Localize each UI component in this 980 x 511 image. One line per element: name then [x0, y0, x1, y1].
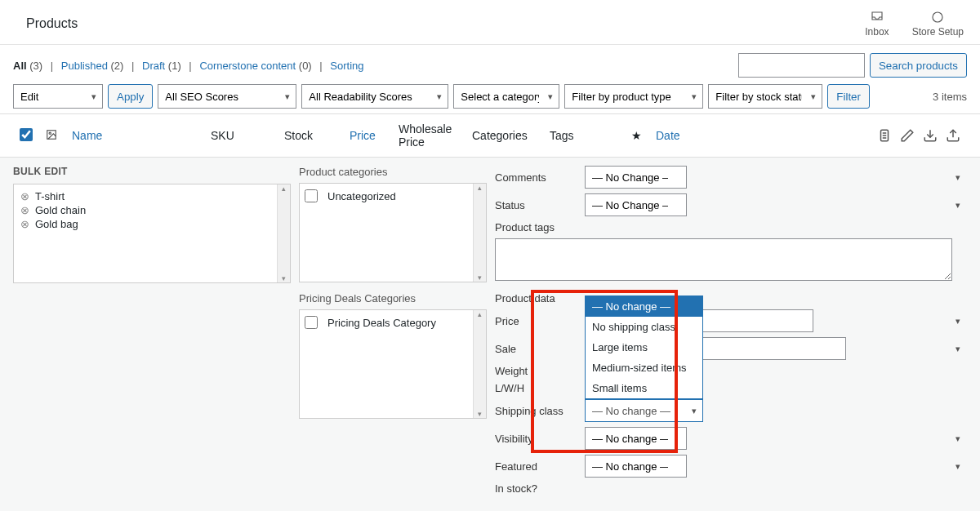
- product-categories-label: Product categories: [299, 166, 487, 178]
- remove-icon[interactable]: ⊗: [19, 205, 30, 216]
- circle-icon: [930, 10, 945, 24]
- bulk-item-label: Gold chain: [35, 204, 86, 216]
- scrollbar[interactable]: ▴▾: [473, 310, 486, 418]
- uncategorized-label: Uncategorized: [327, 190, 396, 202]
- store-setup-button[interactable]: Store Setup: [912, 10, 964, 38]
- inbox-label: Inbox: [865, 26, 889, 38]
- filter-published-count: (2): [111, 60, 124, 72]
- product-categories-list[interactable]: Uncategorized ▴▾: [299, 183, 487, 282]
- pricing-deals-list[interactable]: Pricing Deals Category ▴▾: [299, 309, 487, 419]
- bulk-action-select[interactable]: Edit: [13, 84, 103, 109]
- filter-links: All (3) | Published (2) | Draft (1) | Co…: [13, 60, 364, 72]
- shipping-class-label: Shipping class: [495, 405, 577, 417]
- price-label: Price: [495, 315, 577, 327]
- bulk-item-label: T-shirt: [35, 190, 65, 202]
- col-name[interactable]: Name: [65, 126, 204, 145]
- readability-select[interactable]: All Readability Scores: [301, 84, 448, 109]
- filter-sorting[interactable]: Sorting: [330, 60, 363, 72]
- inbox-icon: [870, 10, 884, 24]
- dropdown-item-no-change[interactable]: — No change —: [586, 296, 702, 317]
- col-sku[interactable]: SKU: [204, 126, 278, 145]
- visibility-label: Visibility: [495, 433, 577, 445]
- in-stock-label: In stock?: [495, 482, 577, 495]
- filter-all[interactable]: All: [13, 60, 27, 72]
- comments-select[interactable]: — No Change —: [585, 166, 687, 189]
- list-item: Uncategorized: [305, 189, 481, 203]
- col-actions: [871, 125, 967, 146]
- product-data-label: Product data: [495, 292, 967, 304]
- featured-label: Featured: [495, 460, 577, 473]
- product-tags-textarea[interactable]: [495, 238, 952, 281]
- download-icon[interactable]: [923, 128, 938, 143]
- col-date[interactable]: Date: [649, 126, 747, 145]
- comments-label: Comments: [495, 171, 577, 184]
- svg-point-0: [933, 12, 942, 22]
- filter-draft-count: (1): [168, 60, 181, 72]
- page-title: Products: [26, 16, 78, 31]
- pen-icon[interactable]: [900, 128, 915, 143]
- sale-label: Sale: [495, 343, 577, 355]
- remove-icon[interactable]: ⊗: [19, 219, 30, 230]
- product-type-select[interactable]: Filter by product type: [564, 84, 703, 109]
- pricing-deals-cat-label: Pricing Deals Category: [327, 317, 436, 329]
- image-icon: [46, 129, 57, 140]
- shipping-class-select[interactable]: — No change —: [585, 399, 703, 422]
- col-tags: Tags: [543, 126, 625, 145]
- scrollbar[interactable]: ▴▾: [473, 184, 486, 282]
- upload-icon[interactable]: [946, 128, 960, 143]
- store-setup-label: Store Setup: [912, 26, 964, 38]
- col-price[interactable]: Price: [343, 126, 392, 145]
- category-select[interactable]: Select a category: [453, 84, 559, 109]
- col-wholesale: Wholesale Price: [392, 119, 466, 152]
- stock-status-select[interactable]: Filter by stock status: [708, 84, 822, 109]
- featured-select[interactable]: — No change —: [585, 455, 687, 478]
- col-stock[interactable]: Stock: [278, 126, 343, 145]
- filter-cornerstone[interactable]: Cornerstone content: [199, 60, 296, 72]
- list-item: ⊗ T-shirt: [19, 189, 285, 203]
- pricing-deals-label: Pricing Deals Categories: [299, 292, 487, 304]
- dropdown-item-medium[interactable]: Medium-sized items: [586, 358, 702, 378]
- filter-all-count: (3): [29, 60, 42, 72]
- filter-button[interactable]: Filter: [827, 84, 870, 109]
- visibility-select[interactable]: — No change —: [585, 427, 687, 450]
- dropdown-item-no-shipping[interactable]: No shipping class: [586, 317, 702, 337]
- status-label: Status: [495, 199, 577, 211]
- dropdown-item-large[interactable]: Large items: [586, 337, 702, 358]
- svg-point-2: [49, 132, 51, 134]
- search-input[interactable]: [738, 53, 865, 78]
- filter-draft[interactable]: Draft: [142, 60, 165, 72]
- scrollbar[interactable]: ▴▾: [277, 184, 290, 282]
- col-featured[interactable]: ★: [625, 126, 649, 145]
- filter-cornerstone-count: (0): [299, 60, 312, 72]
- items-count: 3 items: [933, 91, 967, 103]
- status-select[interactable]: — No Change —: [585, 193, 687, 216]
- bulk-items-list[interactable]: ⊗ T-shirt ⊗ Gold chain ⊗ Gold bag ▴▾: [13, 184, 291, 283]
- filter-published[interactable]: Published: [61, 60, 108, 72]
- pricing-deals-checkbox[interactable]: [305, 316, 318, 329]
- apply-button[interactable]: Apply: [108, 84, 153, 109]
- uncategorized-checkbox[interactable]: [305, 189, 318, 202]
- seo-score-select[interactable]: All SEO Scores: [158, 84, 296, 109]
- lwh-label: L/W/H: [495, 382, 577, 394]
- weight-label: Weight: [495, 365, 577, 377]
- col-image: [39, 126, 65, 146]
- shipping-class-dropdown[interactable]: — No change — No shipping class Large it…: [585, 295, 703, 399]
- product-tags-label: Product tags: [495, 221, 967, 233]
- search-button[interactable]: Search products: [870, 53, 967, 78]
- list-icon[interactable]: [877, 128, 892, 143]
- table-header: Name SKU Stock Price Wholesale Price Cat…: [0, 113, 980, 158]
- bulk-item-label: Gold bag: [35, 218, 78, 230]
- remove-icon[interactable]: ⊗: [19, 191, 30, 202]
- dropdown-item-small[interactable]: Small items: [586, 378, 702, 398]
- list-item: ⊗ Gold chain: [19, 203, 285, 217]
- select-all-checkbox[interactable]: [20, 128, 33, 141]
- bulk-edit-title: BULK EDIT: [13, 166, 291, 177]
- list-item: Pricing Deals Category: [305, 315, 481, 330]
- header-actions: Inbox Store Setup: [865, 10, 964, 38]
- inbox-button[interactable]: Inbox: [865, 10, 889, 38]
- list-item: ⊗ Gold bag: [19, 217, 285, 231]
- col-categories: Categories: [466, 126, 543, 145]
